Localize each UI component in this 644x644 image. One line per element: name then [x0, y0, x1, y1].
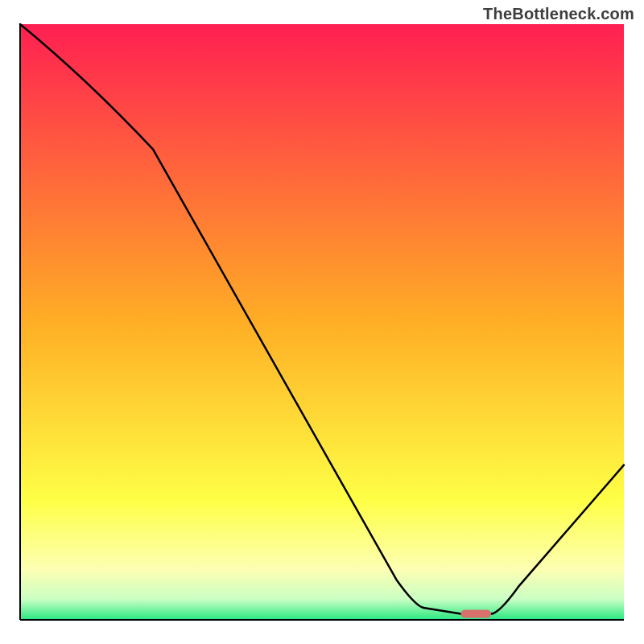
watermark-text: TheBottleneck.com [483, 5, 634, 23]
plot-background [20, 24, 624, 620]
bottleneck-chart [0, 0, 644, 644]
chart-container: TheBottleneck.com [0, 0, 644, 644]
optimal-range-marker [461, 610, 492, 618]
